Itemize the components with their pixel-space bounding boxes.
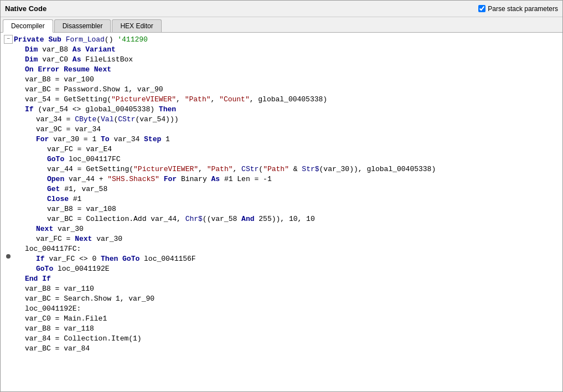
code-token: For: [164, 175, 177, 183]
parse-params-container: Parse stack parameters: [478, 5, 558, 13]
code-token: ((var_58: [203, 215, 241, 223]
code-token: Close: [47, 195, 69, 203]
code-text: var_BC = Search.Show 1, var_90: [14, 294, 560, 304]
table-row: var_BC = Password.Show 1, var_90: [1, 85, 562, 95]
code-token: Val: [101, 115, 113, 123]
window-title: Native Code: [5, 4, 47, 13]
code-token: var_B8 = var_108: [47, 205, 116, 213]
code-token: "Path": [263, 165, 289, 173]
code-text: var_9C = var_34: [14, 125, 560, 135]
code-text: End If: [14, 274, 560, 284]
table-row: var_44 = GetSetting("PictureVIEWER", "Pa…: [1, 164, 562, 174]
table-row: var_FC = var_E4: [1, 145, 562, 154]
code-token: [61, 35, 66, 44]
code-token: 255)), 10, 10: [254, 215, 314, 223]
code-token: var_BC = var_84: [25, 344, 90, 353]
code-token: End If: [25, 275, 51, 283]
code-token: GoTo: [47, 155, 64, 163]
code-text: var_B8 = var_108: [14, 204, 560, 214]
code-token: var_C0: [38, 55, 72, 64]
code-token: (var_54))): [135, 115, 178, 123]
code-token: Step: [144, 135, 161, 143]
code-text: var_FC = var_E4: [14, 145, 560, 154]
breakpoint-icon: [6, 254, 11, 259]
table-row: var_BC = Collection.Add var_44, Chr$((va…: [1, 214, 562, 224]
table-row: Dim var_B8 As Variant: [1, 45, 562, 55]
code-token: loc_0041192E: [53, 265, 109, 273]
code-token: If: [25, 105, 34, 114]
code-token: (: [259, 165, 263, 173]
table-row: var_BC = Search.Show 1, var_90: [1, 294, 562, 304]
code-token: Get: [47, 185, 60, 193]
code-text: Dim var_B8 As Variant: [14, 45, 560, 55]
code-token: &: [289, 165, 302, 173]
code-token: 1: [161, 135, 170, 143]
table-row: var_B8 = var_118: [1, 324, 562, 334]
table-row: var_C0 = Main.File1: [1, 314, 562, 324]
code-text: On Error Resume Next: [14, 65, 560, 75]
code-token: Next: [75, 235, 92, 243]
parse-stack-checkbox-container[interactable]: Parse stack parameters: [478, 5, 558, 13]
code-token: Str$: [302, 165, 319, 173]
code-token: loc_0041192E:: [25, 305, 81, 313]
code-token: var_B8 = var_100: [25, 75, 94, 84]
code-token: var_FC <> 0: [45, 255, 101, 263]
table-row: If var_FC <> 0 Then GoTo loc_0041156F: [1, 254, 562, 264]
code-token: (: [96, 115, 101, 123]
code-token: Then GoTo: [101, 255, 140, 263]
code-token: "Path": [185, 95, 211, 104]
code-token: var_34 =: [36, 115, 75, 123]
code-text: Open var_44 + "SHS.ShackS" For Binary As…: [14, 174, 560, 184]
code-token: var_84 = Collection.Item(1): [25, 334, 142, 343]
code-text: var_84 = Collection.Item(1): [14, 334, 560, 344]
code-text: loc_0041192E:: [14, 304, 560, 314]
code-token: Binary: [177, 175, 211, 183]
table-row: var_BC = var_84: [1, 344, 562, 354]
code-token: (var_30)), global_00405338): [319, 165, 436, 173]
code-token: Then: [159, 105, 176, 114]
code-text: Private Sub Form_Load() '411290: [14, 35, 560, 45]
table-row: var_9C = var_34: [1, 125, 562, 135]
code-token: var_34: [110, 135, 144, 143]
code-token: To: [101, 135, 110, 143]
code-token: If: [36, 255, 45, 263]
table-row: GoTo loc_0041192E: [1, 264, 562, 274]
code-text: var_54 = GetSetting("PictureVIEWER", "Pa…: [14, 95, 560, 105]
code-token: ,: [210, 95, 219, 104]
title-bar: Native Code Parse stack parameters: [1, 1, 562, 17]
code-token: Private Sub: [14, 35, 61, 44]
code-token: GoTo: [36, 265, 53, 273]
collapse-icon[interactable]: −: [4, 35, 13, 44]
code-token: As: [211, 175, 220, 183]
table-row: On Error Resume Next: [1, 65, 562, 75]
tab-decompiler[interactable]: Decompiler: [3, 19, 53, 33]
table-row: loc_004117FC:: [1, 244, 562, 254]
table-row: End If: [1, 274, 562, 284]
code-token: "SHS.ShackS": [107, 175, 159, 183]
code-area: −Private Sub Form_Load() '411290Dim var_…: [1, 33, 562, 391]
code-text: loc_004117FC:: [14, 244, 560, 254]
code-token: (): [105, 35, 117, 44]
code-text: For var_30 = 1 To var_34 Step 1: [14, 135, 560, 145]
main-window: Native Code Parse stack parameters Decom…: [0, 0, 563, 392]
tab-disassembler[interactable]: Disassembler: [54, 19, 111, 32]
parse-stack-checkbox[interactable]: [478, 5, 485, 12]
table-row: var_84 = Collection.Item(1): [1, 334, 562, 344]
code-token: #1, var_58: [60, 185, 107, 193]
code-text: var_B8 = var_110: [14, 284, 560, 294]
table-row: var_FC = Next var_30: [1, 234, 562, 244]
table-row: Get #1, var_58: [1, 184, 562, 194]
table-row: If (var_54 <> global_00405338) Then: [1, 105, 562, 115]
code-token: On Error Resume Next: [25, 65, 111, 74]
code-token: var_54 = GetSetting(: [25, 95, 111, 104]
code-token: As: [73, 55, 81, 64]
code-token: CStr: [118, 115, 135, 123]
code-token: var_44 = GetSetting(: [47, 165, 133, 173]
code-token: var_B8 = var_118: [25, 324, 94, 333]
code-token: Open: [47, 175, 64, 183]
code-text: var_BC = var_84: [14, 344, 560, 354]
table-row: var_34 = CByte(Val(CStr(var_54))): [1, 115, 562, 125]
code-text: var_B8 = var_118: [14, 324, 560, 334]
code-token: var_9C = var_34: [36, 125, 101, 133]
tab-hex-editor[interactable]: HEX Editor: [112, 19, 161, 32]
